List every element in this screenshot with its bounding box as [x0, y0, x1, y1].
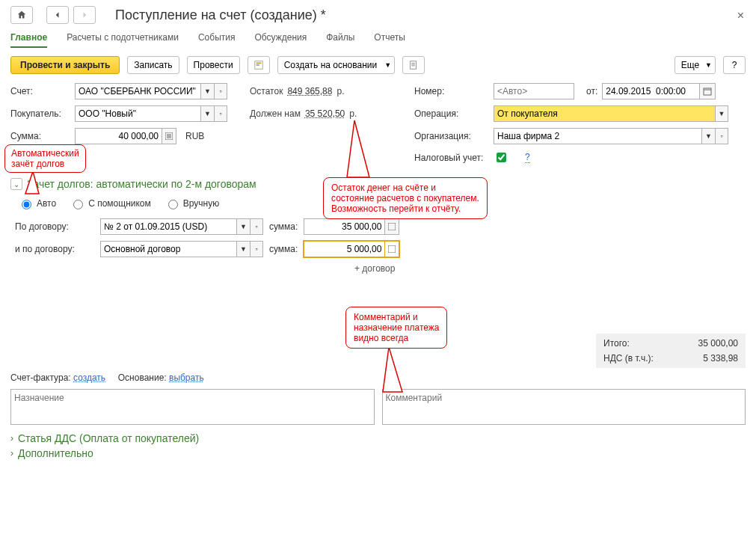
debt-label: Должен нам [250, 108, 301, 119]
open-icon[interactable]: ▫ [250, 218, 263, 235]
contract1-input[interactable] [100, 218, 236, 235]
contract2-sum-label: сумма: [269, 244, 298, 254]
dds-section[interactable]: ›Статья ДДС (Оплата от покупателей) [10, 432, 746, 444]
back-button[interactable] [46, 6, 69, 24]
callout-balance-info: Остаток денег на счёте и состояние расче… [323, 177, 488, 219]
contract2-combo[interactable]: ▼ ▫ [100, 241, 263, 257]
help-link[interactable]: ? [525, 152, 530, 163]
dropdown-icon[interactable]: ▼ [236, 218, 250, 235]
tab-discussions[interactable]: Обсуждения [254, 28, 307, 48]
svg-rect-11 [704, 88, 711, 95]
create-based-button[interactable]: Создать на основании ▼ [277, 56, 395, 74]
tax-label: Налоговый учет: [414, 153, 489, 163]
tax-checkbox[interactable] [497, 153, 506, 162]
open-icon[interactable]: ▫ [214, 83, 227, 99]
post-and-close-button[interactable]: Провести и закрыть [10, 56, 120, 74]
tab-events[interactable]: События [198, 28, 236, 48]
open-icon[interactable]: ▫ [715, 128, 728, 144]
account-input[interactable] [75, 83, 200, 99]
radio-helper[interactable]: С помощником [70, 197, 151, 209]
vat-label: НДС (в т.ч.): [603, 353, 654, 364]
create-invoice-link[interactable]: создать [73, 372, 105, 383]
tab-main[interactable]: Главное [10, 28, 47, 48]
svg-rect-14 [388, 245, 396, 253]
tab-podotchet[interactable]: Расчеты с подотчетниками [67, 28, 179, 48]
basis-label: Основание: [118, 372, 167, 383]
open-icon[interactable]: ▫ [250, 241, 263, 257]
structure-icon [253, 60, 264, 70]
org-combo[interactable]: ▼ ▫ [494, 128, 728, 144]
operation-label: Операция: [414, 108, 489, 119]
calculator-icon[interactable] [384, 218, 399, 235]
sum-currency: RUB [185, 131, 204, 141]
home-button[interactable] [10, 6, 33, 24]
callout-comment: Комментарий и назначение платежа видно в… [345, 307, 447, 349]
dropdown-icon[interactable]: ▼ [715, 105, 728, 122]
contract2-sum-input[interactable] [304, 241, 384, 257]
svg-rect-0 [254, 61, 262, 70]
collapse-icon[interactable]: ⌄ [10, 178, 22, 190]
dropdown-icon[interactable]: ▼ [200, 105, 214, 122]
dropdown-icon[interactable]: ▼ [236, 241, 250, 257]
debt-value[interactable]: 35 520,50 [305, 108, 345, 119]
print-button[interactable] [402, 56, 425, 74]
svg-rect-13 [388, 223, 396, 230]
calculator-icon[interactable] [162, 128, 176, 144]
close-icon[interactable]: × [737, 9, 744, 22]
radio-auto[interactable]: Авто [18, 197, 56, 209]
sum-field[interactable] [75, 128, 176, 144]
forward-button[interactable] [73, 6, 96, 24]
toolbar: Провести и закрыть Записать Провести Соз… [10, 56, 746, 74]
contract1-label: По договору: [15, 221, 94, 232]
date-input[interactable] [602, 83, 699, 99]
help-button[interactable]: ? [723, 56, 746, 74]
sum-input[interactable] [75, 128, 162, 144]
page-title: Поступление на счет (создание) * [115, 7, 326, 23]
total-value: 35 000,00 [698, 338, 738, 349]
contract1-combo[interactable]: ▼ ▫ [100, 218, 263, 235]
structure-button[interactable] [248, 56, 270, 74]
open-icon[interactable]: ▫ [214, 105, 227, 122]
balance-currency: р. [336, 86, 344, 96]
chevron-right-icon: › [10, 448, 13, 458]
org-input[interactable] [494, 128, 701, 144]
invoice-label: Счет-фактура: [10, 372, 71, 383]
date-field[interactable] [602, 83, 716, 99]
account-label: Счет: [10, 86, 70, 96]
additional-section[interactable]: ›Дополнительно [10, 447, 746, 459]
callout-auto-debt: Автоматический зачёт долгов [4, 144, 86, 173]
number-input[interactable] [494, 83, 574, 99]
arrow-right-icon [80, 10, 89, 19]
arrow-left-icon [53, 10, 62, 19]
calendar-icon[interactable] [699, 83, 716, 99]
comment-textarea[interactable] [382, 389, 746, 425]
total-label: Итого: [603, 338, 630, 349]
contract2-sum-field[interactable] [304, 241, 399, 257]
buyer-input[interactable] [75, 105, 200, 122]
balance-value[interactable]: 849 365,88 [287, 86, 332, 96]
dropdown-icon[interactable]: ▼ [200, 83, 214, 99]
dropdown-icon[interactable]: ▼ [701, 128, 715, 144]
contract2-input[interactable] [100, 241, 236, 257]
radio-manual[interactable]: Вручную [165, 197, 219, 209]
tab-reports[interactable]: Отчеты [374, 28, 405, 48]
balance-label: Остаток [250, 86, 283, 96]
tab-files[interactable]: Файлы [326, 28, 354, 48]
contract1-sum-field[interactable] [304, 218, 399, 235]
debt-section-title: Зачет долгов: автоматически по 2-м догов… [27, 178, 256, 190]
tabs: Главное Расчеты с подотчетниками События… [10, 28, 746, 49]
account-combo[interactable]: ▼ ▫ [75, 83, 227, 99]
svg-rect-3 [411, 61, 417, 70]
contract2-label: и по договору: [15, 244, 94, 254]
add-contract-link[interactable]: + договор [354, 263, 395, 274]
save-button[interactable]: Записать [127, 56, 179, 74]
buyer-combo[interactable]: ▼ ▫ [75, 105, 227, 122]
select-basis-link[interactable]: выбрать [169, 372, 204, 383]
calculator-icon[interactable] [384, 241, 399, 257]
more-button[interactable]: Еще ▼ [674, 56, 716, 74]
purpose-textarea[interactable] [10, 389, 375, 425]
post-button[interactable]: Провести [187, 56, 240, 74]
operation-combo[interactable]: ▼ [494, 105, 728, 122]
contract1-sum-input[interactable] [304, 218, 384, 235]
operation-input[interactable] [494, 105, 715, 122]
